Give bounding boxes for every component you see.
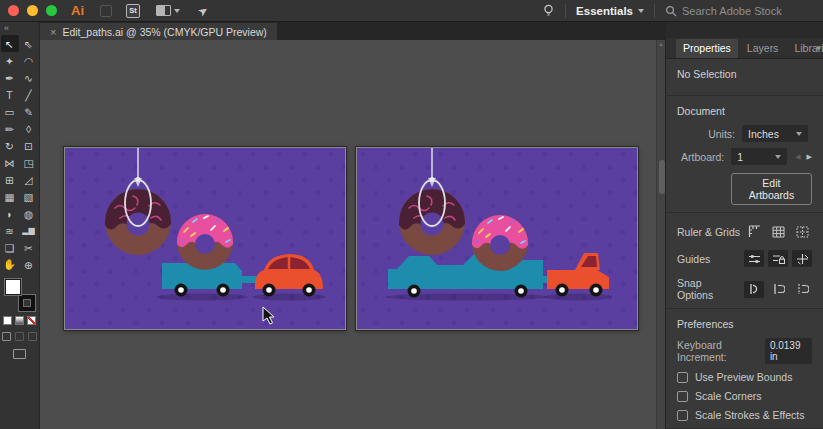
previous-artboard-button[interactable]: ◀ [795, 153, 800, 161]
edit-artboards-button[interactable]: Edit Artboards [731, 173, 812, 205]
show-guides-button[interactable] [744, 250, 764, 267]
close-window-button[interactable] [8, 5, 19, 16]
none-button[interactable] [27, 316, 36, 325]
tab-properties[interactable]: Properties [676, 39, 738, 58]
column-graph-tool[interactable]: ▂▆ [20, 222, 38, 239]
show-pixel-grid-button[interactable] [792, 223, 812, 240]
artboard-tool[interactable]: ❏ [1, 239, 19, 256]
workspace-switcher[interactable]: Essentials [576, 5, 644, 17]
pink-donut[interactable] [472, 215, 528, 271]
type-tool[interactable]: T [1, 86, 19, 103]
use-preview-bounds-checkbox[interactable] [677, 372, 688, 383]
chocolate-donut[interactable] [399, 189, 465, 255]
trailer-wheel[interactable] [175, 284, 188, 297]
artboard-2[interactable] [356, 147, 638, 330]
lasso-tool[interactable]: ◠ [20, 52, 38, 69]
next-artboard-button[interactable]: ▶ [807, 153, 812, 161]
arrange-documents-button[interactable] [156, 5, 180, 16]
maximize-window-button[interactable] [46, 5, 57, 16]
hand-tool[interactable]: ✋ [1, 256, 19, 273]
fill-swatch[interactable] [5, 279, 21, 295]
vertical-scrollbar[interactable]: ▴ [656, 40, 665, 429]
rectangle-tool[interactable]: ▭ [1, 103, 19, 120]
width-tool[interactable]: ⋈ [1, 154, 19, 171]
slice-tool[interactable]: ✂ [20, 239, 38, 256]
preferences-section-title: Preferences [677, 318, 812, 330]
tab-layers[interactable]: Layers [740, 39, 786, 58]
pen-tool[interactable]: ✒ [1, 69, 19, 86]
adobe-stock-icon[interactable]: St [126, 4, 140, 18]
truck-shadow [544, 294, 612, 301]
scrollbar-thumb[interactable] [659, 160, 665, 194]
panel-expand-icon[interactable]: ▸ [817, 43, 821, 52]
draw-normal-mode-button[interactable] [2, 332, 11, 341]
document-title: Edit_paths.ai @ 35% (CMYK/GPU Preview) [62, 26, 266, 38]
artboard-2-artwork[interactable] [357, 148, 637, 329]
scale-strokes-effects-checkbox[interactable] [677, 410, 688, 421]
artboard-dropdown[interactable]: 1 [731, 148, 787, 165]
car-shadow [252, 294, 326, 301]
illustrator-window: Ai St ➤ Essentials Search [0, 0, 823, 429]
show-rulers-button[interactable] [744, 223, 764, 240]
blend-tool[interactable]: ◍ [20, 205, 38, 222]
scale-tool[interactable]: ⊡ [20, 137, 38, 154]
direct-selection-tool[interactable]: ⇖ [20, 35, 38, 52]
collapse-tools-icon[interactable]: « [0, 22, 39, 34]
pink-donut[interactable] [177, 214, 233, 270]
adobe-stock-search-input[interactable]: Search Adobe Stock [665, 5, 815, 17]
selection-tool[interactable]: ↖ [1, 35, 19, 52]
car-wheel[interactable] [263, 284, 276, 297]
units-dropdown[interactable]: Inches [742, 125, 808, 142]
trailer-wheel[interactable] [217, 284, 230, 297]
trailer-wheel[interactable] [408, 285, 421, 298]
magic-wand-tool[interactable]: ✦ [1, 52, 19, 69]
line-segment-tool[interactable]: ╱ [20, 86, 38, 103]
gradient-button[interactable] [15, 316, 24, 325]
smart-guides-button[interactable] [792, 250, 812, 267]
document-tab[interactable]: × Edit_paths.ai @ 35% (CMYK/GPU Preview) [40, 23, 277, 41]
draw-inside-mode-button[interactable] [28, 332, 37, 341]
shaper-tool[interactable]: ✏ [1, 120, 19, 137]
snap-to-grid-button[interactable] [744, 281, 764, 298]
car-wheel[interactable] [303, 284, 316, 297]
scroll-up-icon[interactable]: ▴ [657, 40, 665, 48]
show-grid-button[interactable] [768, 223, 788, 240]
mesh-tool[interactable]: ▦ [1, 188, 19, 205]
eraser-tool[interactable]: ◊ [20, 120, 38, 137]
trailer-shadow [156, 294, 248, 301]
color-button[interactable] [3, 316, 12, 325]
lock-guides-button[interactable] [768, 250, 788, 267]
paintbrush-tool[interactable]: ✎ [20, 103, 38, 120]
app-grid-icon[interactable] [100, 5, 112, 17]
free-transform-tool[interactable]: ◳ [20, 154, 38, 171]
snap-to-point-button[interactable] [768, 281, 788, 298]
symbol-sprayer-tool[interactable]: ≋ [1, 222, 19, 239]
snap-to-pixel-button[interactable] [792, 281, 812, 298]
keyboard-increment-label: Keyboard Increment: [677, 339, 765, 363]
eyedropper-tool[interactable]: ◗ [1, 205, 19, 222]
lightbulb-icon[interactable] [542, 4, 555, 18]
shape-builder-tool[interactable]: ⊞ [1, 171, 19, 188]
draw-behind-mode-button[interactable] [15, 332, 24, 341]
share-icon[interactable]: ➤ [195, 2, 211, 19]
minimize-window-button[interactable] [27, 5, 38, 16]
gradient-tool[interactable]: ▧ [20, 188, 38, 205]
artboard-1-artwork[interactable] [65, 148, 345, 329]
curvature-tool[interactable]: ∿ [20, 69, 38, 86]
truck-wheel[interactable] [556, 284, 569, 297]
stroke-swatch[interactable] [19, 295, 35, 311]
zoom-tool[interactable]: ⊕ [20, 256, 38, 273]
truck-wheel[interactable] [590, 284, 603, 297]
trailer-wheel[interactable] [515, 285, 528, 298]
keyboard-increment-field[interactable]: 0.0139 in [765, 338, 812, 364]
scale-corners-checkbox[interactable] [677, 391, 688, 402]
perspective-grid-tool[interactable]: ◿ [20, 171, 38, 188]
close-document-icon[interactable]: × [50, 26, 56, 38]
chocolate-donut[interactable] [105, 189, 171, 255]
lock-guides-icon [772, 253, 785, 265]
screen-mode-button[interactable] [13, 349, 26, 359]
artboard-1[interactable] [64, 147, 346, 330]
panel-tabs: Properties Layers Libraries ▸ [666, 38, 823, 59]
canvas[interactable]: ▴ [40, 40, 665, 429]
rotate-tool[interactable]: ↻ [1, 137, 19, 154]
